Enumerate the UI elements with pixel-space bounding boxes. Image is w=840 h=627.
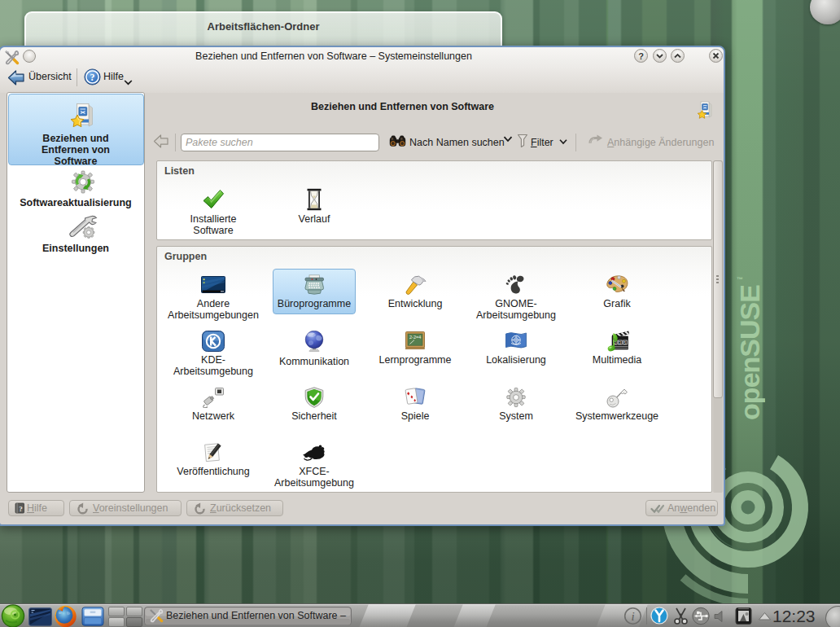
svg-text:2-2=4: 2-2=4	[409, 335, 421, 340]
svg-text:?: ?	[638, 51, 644, 61]
svg-text:?: ?	[19, 505, 23, 513]
svg-text:i: i	[631, 610, 634, 623]
svg-text:?: ?	[90, 72, 95, 83]
